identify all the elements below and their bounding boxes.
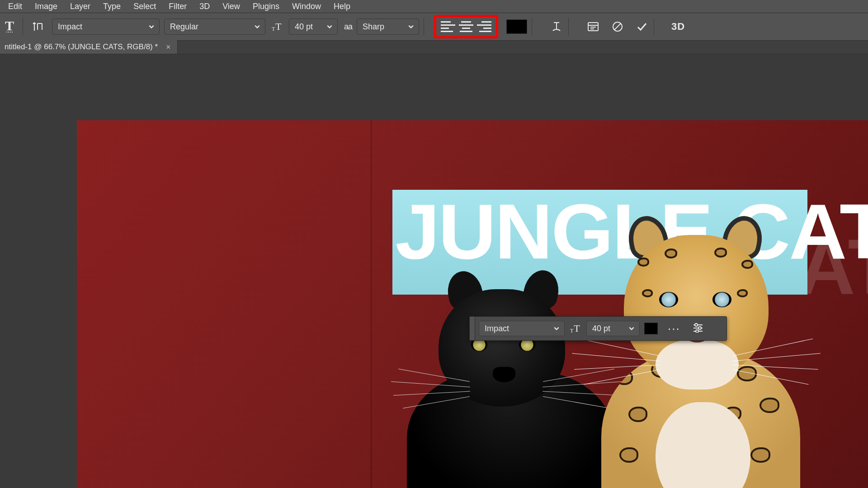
ctx-font-family-value: Impact [485,324,509,333]
menu-filter[interactable]: Filter [162,1,193,12]
svg-point-11 [696,330,698,333]
chevron-down-icon [553,325,560,332]
close-tab-icon[interactable]: × [166,42,171,52]
document-tab-bar: ntitled-1 @ 66.7% (JUNGLE CATS, RGB/8) *… [0,41,868,54]
menu-plugins[interactable]: Plugins [246,1,286,12]
font-size-icon: TT [570,323,584,334]
anti-alias-dropdown[interactable]: Sharp [357,19,419,35]
svg-point-7 [695,324,698,326]
font-size-dropdown[interactable]: 40 pt [289,19,338,35]
menu-window[interactable]: Window [286,1,327,12]
font-style-value: Regular [170,22,198,32]
chevron-down-icon [326,23,333,30]
anti-alias-icon: aa [344,22,352,32]
3d-button[interactable]: 3D [671,21,685,33]
ctx-font-family-dropdown[interactable]: Impact [479,321,565,336]
text-orientation-toggle[interactable] [30,19,46,34]
text-align-group [434,15,498,38]
align-center-button[interactable] [459,20,473,33]
menu-layer[interactable]: Layer [64,1,97,12]
ctx-font-size-value: 40 pt [592,324,610,333]
ctx-font-size-dropdown[interactable]: 40 pt [586,321,640,336]
properties-panel-icon[interactable] [692,323,704,335]
chevron-down-icon [254,23,260,30]
canvas-guide [371,120,372,488]
font-style-dropdown[interactable]: Regular [164,19,265,35]
anti-alias-value: Sharp [363,22,384,32]
menu-image[interactable]: Image [28,1,64,12]
more-options-icon[interactable]: ··· [668,322,680,336]
menu-bar: Edit Image Layer Type Select Filter 3D V… [0,0,868,13]
menu-edit[interactable]: Edit [2,1,28,12]
separator [654,18,654,35]
separator [23,18,23,35]
menu-view[interactable]: View [216,1,246,12]
type-tool-icon[interactable]: T [0,19,18,34]
align-left-button[interactable] [441,20,455,33]
contextual-type-bar[interactable]: Impact TT 40 pt ··· [469,316,727,341]
chevron-down-icon [628,325,635,332]
canvas-image-leopard [588,208,823,488]
menu-select[interactable]: Select [127,1,162,12]
commit-edits-button[interactable] [635,19,649,34]
menu-type[interactable]: Type [97,1,127,12]
drag-grip-icon[interactable] [470,317,475,340]
menu-3d[interactable]: 3D [193,1,216,12]
type-options-bar: T Impact Regular TT 40 pt aa Sharp [0,13,868,41]
align-right-button[interactable] [477,20,491,33]
workspace: JUNGLE CATS JUNGLE CATS [0,54,868,488]
warp-text-button[interactable] [549,19,564,34]
cancel-edits-button[interactable] [610,19,625,34]
font-family-value: Impact [58,22,82,32]
menu-help[interactable]: Help [327,1,357,12]
separator [532,18,532,35]
text-color-swatch[interactable] [506,19,527,34]
font-family-dropdown[interactable]: Impact [52,19,160,35]
font-size-value: 40 pt [295,22,313,32]
font-size-icon: TT [272,21,285,33]
svg-line-5 [614,23,621,30]
character-panel-button[interactable] [586,19,600,34]
svg-point-9 [698,327,701,329]
chevron-down-icon [408,23,414,30]
document-tab[interactable]: ntitled-1 @ 66.7% (JUNGLE CATS, RGB/8) *… [0,40,178,54]
chevron-down-icon [148,23,155,30]
separator [424,18,424,35]
document-tab-title: ntitled-1 @ 66.7% (JUNGLE CATS, RGB/8) * [5,42,158,52]
ctx-text-color-swatch[interactable] [644,323,658,334]
separator [568,18,569,35]
